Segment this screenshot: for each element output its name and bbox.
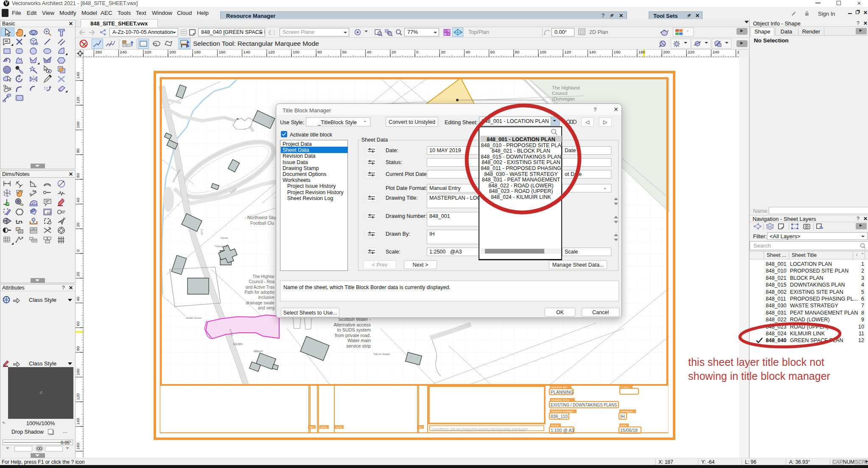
svg-text:260: 260 <box>95 50 102 54</box>
svg-text:160: 160 <box>218 50 225 54</box>
svg-text:Football Clu: Football Clu <box>250 220 274 226</box>
svg-text:20: 20 <box>392 50 396 54</box>
svg-text:DRAWING NUMBER: DRAWING NUMBER <box>551 410 573 413</box>
svg-text:240: 240 <box>120 50 127 54</box>
svg-text:DATE: DATE <box>621 424 627 427</box>
svg-text:60: 60 <box>76 321 80 326</box>
svg-text:Water main: Water main <box>347 338 371 343</box>
svg-text:NOTE: NOTE <box>336 426 342 429</box>
svg-text:80: 80 <box>317 50 322 54</box>
svg-text:240: 240 <box>712 50 719 54</box>
svg-text:0: 0 <box>416 50 418 54</box>
svg-text:The Highland: The Highland <box>552 85 580 90</box>
svg-text:Milburn: Milburn <box>254 350 263 353</box>
svg-text:N: N <box>63 217 65 220</box>
svg-text:Issues: Issues <box>221 237 228 239</box>
svg-text:on site. Do not scale from thi: on site. Do not scale from this drawing.… <box>431 429 526 432</box>
svg-text:140: 140 <box>244 50 250 54</box>
svg-text:DRAWING SET: DRAWING SET <box>551 386 568 389</box>
svg-text:160: 160 <box>614 50 621 54</box>
svg-text:service strip: service strip <box>346 343 371 348</box>
svg-text:and Active Trav: and Active Trav <box>246 285 274 290</box>
svg-text:DATE: DATE <box>321 426 327 429</box>
svg-text:BY: BY <box>419 426 423 429</box>
svg-text:200: 200 <box>169 50 176 54</box>
svg-text:120: 120 <box>76 97 80 103</box>
svg-text:Croft: Croft <box>200 229 203 235</box>
svg-text:13.0m: 13.0m <box>233 342 243 346</box>
svg-text:20: 20 <box>76 272 80 277</box>
svg-text:IH: IH <box>620 414 625 419</box>
svg-text:Council - Roa: Council - Roa <box>249 279 274 284</box>
svg-text:100: 100 <box>293 50 300 54</box>
svg-text:220: 220 <box>145 50 151 54</box>
svg-text:180: 180 <box>638 50 645 54</box>
svg-text:Alternative access: Alternative access <box>333 322 371 327</box>
svg-text:20: 20 <box>441 50 445 54</box>
svg-text:260: 260 <box>737 50 739 54</box>
svg-text:100: 100 <box>540 50 546 54</box>
svg-text:60: 60 <box>342 50 347 54</box>
svg-text:100: 100 <box>76 369 80 376</box>
svg-text:80: 80 <box>76 148 80 153</box>
svg-text:15/06/18: 15/06/18 <box>620 428 638 433</box>
svg-text:60: 60 <box>490 50 495 54</box>
svg-text:inclusive: inclusive <box>258 295 275 300</box>
svg-text:160: 160 <box>76 443 80 450</box>
svg-text:Council: Council <box>552 91 568 96</box>
svg-text:40: 40 <box>367 50 372 54</box>
svg-text:140: 140 <box>76 72 80 79</box>
svg-text:Path for adoptio: Path for adoptio <box>244 290 274 295</box>
svg-text:140: 140 <box>76 418 80 425</box>
svg-text:60: 60 <box>76 173 80 178</box>
svg-text:1:100 @ A3: 1:100 @ A3 <box>551 428 574 433</box>
svg-text:836_110: 836_110 <box>551 414 568 419</box>
svg-text:Tigh an Iasgair: Tigh an Iasgair <box>373 353 390 355</box>
svg-text:REV: REV <box>309 426 314 429</box>
svg-text:drainage swale: drainage swale <box>246 301 275 305</box>
svg-text:180: 180 <box>194 50 201 54</box>
svg-text:120: 120 <box>76 393 80 400</box>
svg-text:40: 40 <box>76 198 80 203</box>
svg-text:to SUDS system: to SUDS system <box>337 327 371 332</box>
svg-text:100: 100 <box>76 122 80 128</box>
svg-text:and verg: and verg <box>258 306 274 310</box>
svg-text:Northwest Sky: Northwest Sky <box>247 215 276 220</box>
svg-text:20: 20 <box>76 223 80 227</box>
svg-text:Health Centre: Health Centre <box>186 317 202 319</box>
svg-text:80: 80 <box>76 346 80 351</box>
svg-text:220: 220 <box>688 50 694 54</box>
svg-text:200: 200 <box>663 50 670 54</box>
svg-text:DRAWN BY: DRAWN BY <box>621 410 633 413</box>
svg-text:140: 140 <box>589 50 596 54</box>
svg-text:DRAWING TITLE: DRAWING TITLE <box>551 399 569 401</box>
svg-text:Tullochard: Tullochard <box>215 245 227 248</box>
svg-text:PLANNING: PLANNING <box>551 390 574 395</box>
svg-text:40: 40 <box>76 297 80 301</box>
svg-text:from private road.: from private road. <box>335 333 371 338</box>
svg-text:The Highlar: The Highlar <box>252 274 274 279</box>
svg-text:EXISTING / DOWNTAKINGS PLANS: EXISTING / DOWNTAKINGS PLANS <box>551 402 617 407</box>
svg-text:40: 40 <box>465 50 470 54</box>
svg-text:120: 120 <box>268 50 275 54</box>
svg-text:80: 80 <box>515 50 520 54</box>
svg-text:SCALE: SCALE <box>551 424 559 427</box>
svg-text:120: 120 <box>564 50 571 54</box>
svg-text:0: 0 <box>76 250 80 252</box>
